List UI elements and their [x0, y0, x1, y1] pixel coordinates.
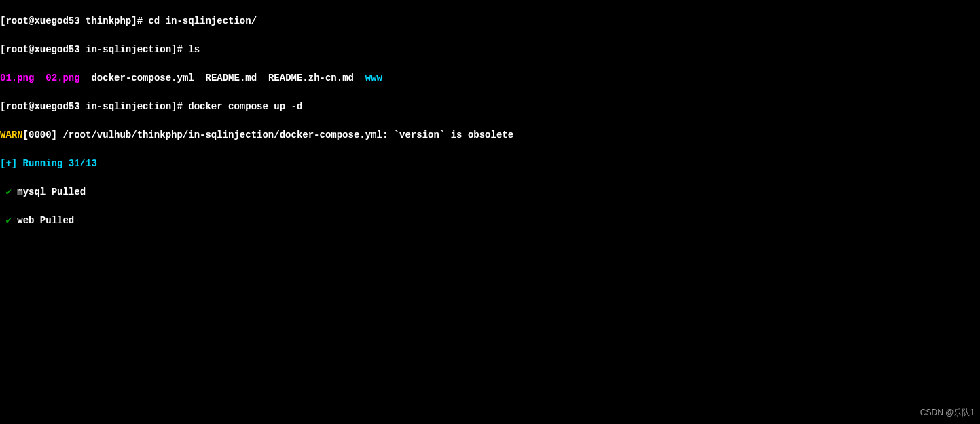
file-image: 02.png	[46, 73, 79, 83]
file-regular: README.md	[206, 73, 257, 83]
warn-label: WARN	[0, 130, 23, 140]
blank-line	[0, 356, 980, 370]
check-icon: ✔	[0, 187, 12, 197]
prompt: [root@xuegod53 in-sqlinjection]#	[0, 101, 188, 112]
blank-line	[0, 271, 980, 285]
ls-output: 01.png 02.png docker-compose.yml README.…	[0, 71, 980, 85]
watermark: CSDN @乐队1	[920, 406, 975, 420]
file-regular: README.zh-cn.md	[268, 73, 354, 83]
command-text: docker compose up -d	[188, 101, 302, 112]
file-image: 01.png	[0, 73, 34, 83]
prompt: [root@xuegod53 thinkphp]#	[0, 16, 148, 26]
pull-text: web Pulled	[12, 215, 80, 226]
terminal-output[interactable]: [root@xuegod53 thinkphp]# cd in-sqlinjec…	[0, 0, 980, 424]
blank-line	[0, 385, 980, 399]
pull-status: ✔ web Pulled	[0, 214, 980, 228]
pull-text: mysql Pulled	[12, 187, 92, 197]
blank-line	[0, 413, 980, 424]
file-directory: www	[365, 73, 382, 83]
pull-status: ✔ mysql Pulled	[0, 185, 980, 199]
command-text: ls	[188, 44, 200, 55]
file-regular: docker-compose.yml	[91, 73, 194, 83]
running-status: [+] Running 31/13	[0, 157, 980, 171]
running-text: [+] Running 31/13	[0, 158, 97, 169]
command-line: [root@xuegod53 in-sqlinjection]# ls	[0, 43, 980, 57]
prompt: [root@xuegod53 in-sqlinjection]#	[0, 44, 188, 55]
check-icon: ✔	[0, 215, 12, 226]
blank-line	[0, 299, 980, 313]
warn-line: WARN[0000] /root/vulhub/thinkphp/in-sqli…	[0, 128, 980, 142]
blank-line	[0, 242, 980, 256]
warn-text: [0000] /root/vulhub/thinkphp/in-sqlinjec…	[23, 130, 520, 140]
command-text: cd in-sqlinjection/	[148, 16, 257, 26]
blank-line	[0, 328, 980, 342]
command-line: [root@xuegod53 in-sqlinjection]# docker …	[0, 100, 980, 114]
command-line: [root@xuegod53 thinkphp]# cd in-sqlinjec…	[0, 14, 980, 28]
